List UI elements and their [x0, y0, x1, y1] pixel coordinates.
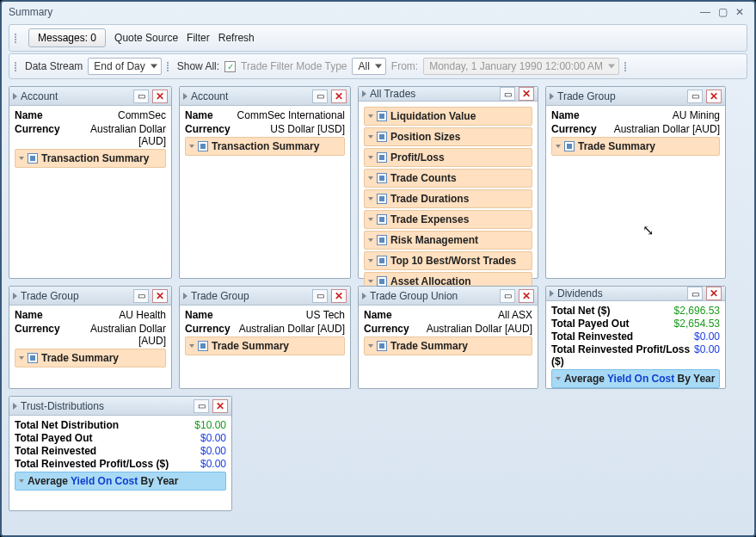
all-trades-item[interactable]: Risk Management — [364, 231, 532, 250]
panel-close-button[interactable]: ✕ — [331, 289, 347, 303]
trade-filter-combo[interactable]: All — [352, 58, 385, 75]
all-trades-item[interactable]: Position Sizes — [364, 127, 532, 146]
trade-filter-mode-label: Trade Filter Mode Type — [241, 60, 347, 72]
name-value: AU Mining — [673, 109, 720, 121]
summary-icon — [377, 111, 387, 121]
collapse-icon[interactable] — [550, 93, 554, 100]
all-trades-item[interactable]: Profit/Loss — [364, 148, 532, 167]
close-window-button[interactable]: ✕ — [732, 6, 747, 18]
panel-body: NameCommSec CurrencyAustralian Dollar [A… — [9, 106, 171, 278]
financial-row: Total Payed Out$0.00 — [15, 432, 226, 444]
currency-label: Currency — [185, 123, 230, 135]
row-label: Total Reinvested — [15, 445, 96, 457]
panel-body: NameCommSec International CurrencyUS Dol… — [180, 106, 350, 278]
trade-summary-item[interactable]: Trade Summary — [364, 336, 532, 355]
item-label: Trade Summary — [390, 340, 468, 352]
maximize-button[interactable]: ▢ — [715, 6, 730, 18]
trade-summary-item[interactable]: Trade Summary — [15, 349, 166, 367]
toolbar-grip-icon[interactable] — [167, 62, 172, 71]
from-label: From: — [391, 60, 418, 72]
collapse-icon[interactable] — [13, 93, 17, 100]
show-all-checkbox[interactable]: ✓ — [224, 61, 236, 72]
item-label: Profit/Loss — [390, 151, 445, 164]
panel-options-button[interactable]: ▭ — [312, 90, 328, 103]
panel-options-button[interactable]: ▭ — [500, 87, 515, 101]
panel-header: Dividends ▭ ✕ — [546, 287, 725, 301]
messages-button[interactable]: Messages: 0 — [28, 28, 106, 47]
filter-link[interactable]: Filter — [187, 32, 210, 44]
name-label: Name — [551, 109, 580, 121]
name-value: All ASX — [498, 309, 532, 321]
financial-row: Total Reinvested Profit/Loss ($)$0.00 — [15, 458, 226, 470]
panel-title: All Trades — [370, 88, 496, 100]
collapse-icon[interactable] — [183, 293, 187, 299]
toolbar-grip-icon[interactable] — [15, 34, 20, 43]
name-label: Name — [364, 309, 392, 321]
panel-close-button[interactable]: ✕ — [331, 90, 347, 103]
panel-options-button[interactable]: ▭ — [312, 289, 328, 303]
data-stream-combo[interactable]: End of Day — [88, 58, 161, 75]
panel-close-button[interactable]: ✕ — [519, 87, 534, 101]
all-trades-item[interactable]: Trade Durations — [364, 189, 532, 208]
collapse-icon[interactable] — [13, 293, 17, 299]
collapse-icon[interactable] — [183, 93, 187, 100]
currency-value: Australian Dollar [AUD] — [239, 323, 345, 335]
refresh-link[interactable]: Refresh — [218, 32, 255, 44]
row-label: Total Reinvested — [551, 330, 633, 343]
chevron-down-icon — [368, 218, 373, 221]
panel-options-button[interactable]: ▭ — [133, 90, 149, 103]
panel-options-button[interactable]: ▭ — [133, 289, 149, 303]
panel-header: Trade Group ▭ ✕ — [546, 87, 725, 106]
chevron-down-icon — [368, 135, 373, 139]
panel-title: Dividends — [557, 287, 684, 299]
toolbar-grip-icon[interactable] — [15, 62, 20, 71]
transaction-summary-item[interactable]: Transaction Summary — [15, 149, 166, 168]
panel-options-button[interactable]: ▭ — [687, 90, 703, 103]
show-all-label: Show All: — [177, 60, 219, 72]
panel-title: Trade Group — [21, 290, 130, 302]
panel-options-button[interactable]: ▭ — [687, 287, 703, 300]
panel-close-button[interactable]: ✕ — [706, 287, 722, 300]
toolbar-grip-icon[interactable] — [624, 62, 630, 71]
name-value: AU Health — [119, 309, 166, 321]
panel-close-button[interactable]: ✕ — [212, 399, 228, 413]
panel-title: Account — [21, 90, 130, 102]
panel-close-button[interactable]: ✕ — [519, 289, 534, 303]
currency-label: Currency — [185, 323, 230, 335]
item-label: Trade Counts — [390, 172, 457, 184]
trade-summary-item[interactable]: Trade Summary — [185, 336, 345, 355]
panel-close-button[interactable]: ✕ — [152, 289, 168, 303]
all-trades-item[interactable]: Liquidation Value — [364, 107, 532, 126]
collapse-icon[interactable] — [362, 90, 366, 97]
name-label: Name — [15, 109, 43, 121]
trade-summary-item[interactable]: Trade Summary — [551, 137, 720, 156]
name-label: Name — [185, 109, 213, 121]
summary-icon — [377, 132, 387, 142]
row-value: $2,654.53 — [674, 318, 720, 330]
all-trades-item[interactable]: Trade Expenses — [364, 210, 532, 229]
collapse-icon[interactable] — [362, 293, 366, 299]
financial-row: Total Reinvested Profit/Loss ($)$0.00 — [551, 343, 720, 367]
avg-yield-on-cost-item[interactable]: Average Yield On Cost By Year — [15, 472, 226, 491]
quote-source-link[interactable]: Quote Source — [114, 32, 178, 44]
all-trades-item[interactable]: Top 10 Best/Worst Trades — [364, 251, 532, 270]
avg-yield-on-cost-item[interactable]: Average Yield On Cost By Year — [551, 369, 720, 388]
filter-toolbar: Data Stream End of Day Show All: ✓ Trade… — [9, 53, 747, 79]
all-trades-item[interactable]: Trade Counts — [364, 169, 532, 188]
collapse-icon[interactable] — [550, 290, 554, 297]
panel-options-button[interactable]: ▭ — [194, 399, 209, 413]
item-label: Liquidation Value — [390, 110, 476, 122]
panel-options-button[interactable]: ▭ — [500, 289, 515, 303]
panel-close-button[interactable]: ✕ — [152, 90, 168, 103]
chevron-down-icon — [556, 377, 561, 380]
transaction-summary-item[interactable]: Transaction Summary — [185, 137, 345, 156]
panel-close-button[interactable]: ✕ — [706, 90, 722, 103]
from-date-picker[interactable]: Monday, 1 January 1990 12:00:00 AM — [423, 58, 619, 75]
minimize-button[interactable]: — — [698, 6, 713, 18]
panel-header: All Trades ▭ ✕ — [359, 87, 538, 102]
panel-trust-distributions: Trust-Distributions ▭ ✕ Total Net Distri… — [9, 396, 232, 511]
collapse-icon[interactable] — [13, 403, 17, 410]
item-label: Position Sizes — [390, 131, 460, 143]
chevron-down-icon — [368, 238, 373, 242]
chevron-down-icon — [19, 356, 24, 360]
